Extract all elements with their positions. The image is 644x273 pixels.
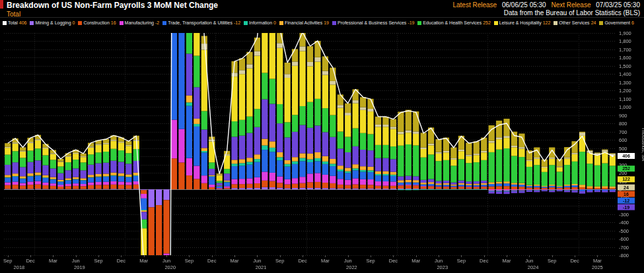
legend-item[interactable]: Trade, Transportation & Utilities -12: [162, 20, 240, 25]
source-note: Data from the Bureau of Labor Statistics…: [449, 9, 640, 17]
legend-value: 0: [73, 20, 75, 25]
chart-subtitle: Total: [7, 11, 218, 18]
legend-value: 19: [324, 20, 329, 25]
legend-item[interactable]: Financial Activities 19: [279, 20, 329, 25]
latest-release-label: Latest Release: [452, 1, 497, 9]
page-title: Breakdown of US Non-Farm Payrolls 3 MoM …: [7, 1, 218, 10]
legend-item[interactable]: Construction 16: [78, 20, 116, 25]
legend-item[interactable]: Professional & Business Services -19: [332, 20, 414, 25]
legend-value: 0: [273, 20, 276, 25]
legend-label: Other Services: [559, 20, 589, 25]
legend-item[interactable]: Information 0: [244, 20, 276, 25]
legend-label: Construction: [83, 20, 109, 25]
legend: Total 406 Mining & Logging 0 Constructio…: [0, 17, 644, 28]
next-release-value: 07/03/25 05:30: [596, 1, 640, 9]
latest-release-value: 06/06/25 05:30: [502, 1, 546, 9]
legend-item[interactable]: Other Services 24: [554, 20, 596, 25]
legend-label: Total: [8, 20, 18, 25]
legend-value: 252: [483, 20, 491, 25]
legend-value: -12: [234, 20, 240, 25]
legend-item[interactable]: Total 406: [3, 20, 26, 25]
legend-item[interactable]: Leisure & Hospitality 122: [494, 20, 551, 25]
legend-label: Leisure & Hospitality: [499, 20, 542, 25]
payrolls-stacked-bar-chart[interactable]: [0, 28, 644, 273]
legend-value: 406: [19, 20, 27, 25]
legend-value: 122: [543, 20, 551, 25]
release-line: Latest Release 06/06/25 05:30 Next Relea…: [449, 1, 640, 9]
legend-swatch-icon: [417, 21, 421, 25]
legend-label: Manufacturing: [125, 20, 154, 25]
next-release-label: Next Release: [551, 1, 590, 9]
legend-value: -19: [408, 20, 414, 25]
terminal-corner-accent: [0, 0, 3, 9]
release-info: Latest Release 06/06/25 05:30 Next Relea…: [449, 1, 640, 17]
legend-swatch-icon: [494, 21, 498, 25]
legend-label: Financial Activities: [285, 20, 322, 25]
legend-swatch-icon: [120, 21, 124, 25]
legend-item[interactable]: Government 6: [599, 20, 633, 25]
legend-swatch-icon: [279, 21, 283, 25]
legend-value: 6: [631, 20, 634, 25]
legend-swatch-icon: [30, 21, 34, 25]
legend-swatch-icon: [162, 21, 166, 25]
legend-value: 24: [591, 20, 596, 25]
legend-item[interactable]: Manufacturing -2: [120, 20, 160, 25]
legend-label: Mining & Logging: [35, 20, 71, 25]
legend-value: 16: [111, 20, 116, 25]
legend-label: Trade, Transportation & Utilities: [168, 20, 233, 25]
legend-item[interactable]: Education & Health Services 252: [417, 20, 490, 25]
legend-label: Information: [249, 20, 272, 25]
legend-label: Government: [604, 20, 630, 25]
legend-swatch-icon: [599, 21, 603, 25]
legend-swatch-icon: [244, 21, 248, 25]
legend-swatch-icon: [3, 21, 7, 25]
title-block: Breakdown of US Non-Farm Payrolls 3 MoM …: [7, 1, 218, 18]
legend-item[interactable]: Mining & Logging 0: [30, 20, 75, 25]
legend-value: -2: [155, 20, 159, 25]
legend-swatch-icon: [554, 21, 557, 25]
legend-label: Professional & Business Services: [338, 20, 406, 25]
legend-swatch-icon: [332, 21, 336, 25]
header: Breakdown of US Non-Farm Payrolls 3 MoM …: [0, 0, 644, 17]
legend-label: Education & Health Services: [423, 20, 482, 25]
legend-swatch-icon: [78, 21, 82, 25]
